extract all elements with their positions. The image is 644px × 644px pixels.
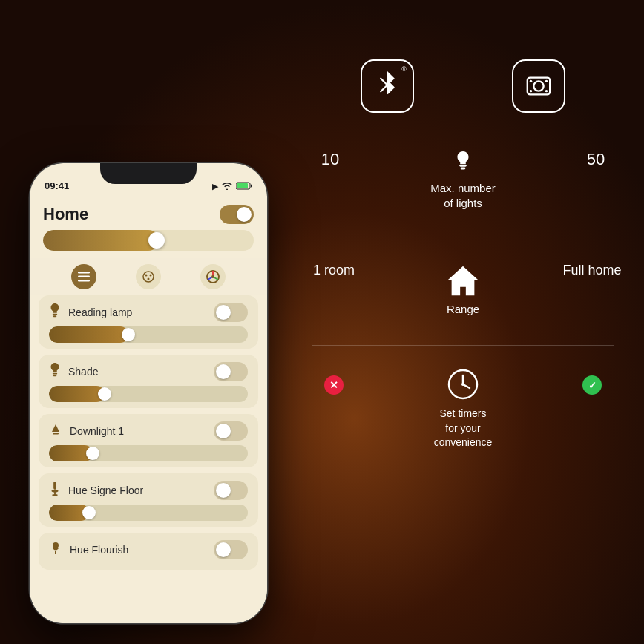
brightness-thumb[interactable]: [98, 387, 111, 401]
light-name: Hue Flourish: [70, 544, 128, 556]
house-icon: [444, 263, 482, 298]
lights-list: Reading lamp: [30, 295, 267, 576]
bridge-icon-container: [512, 59, 565, 113]
light-signe-icon: [49, 482, 61, 500]
light-toggle[interactable]: [214, 421, 248, 441]
svg-point-24: [533, 81, 543, 91]
clock-icon: [447, 368, 479, 401]
tab-bar: [30, 258, 267, 295]
svg-rect-2: [251, 185, 252, 188]
light-brightness[interactable]: [49, 445, 248, 461]
app-content: Home: [30, 196, 267, 623]
phone-notch: [100, 163, 197, 184]
light-name: Downlight 1: [70, 425, 124, 437]
battery-icon: [236, 182, 252, 191]
range-center: Range: [404, 263, 522, 315]
light-toggle[interactable]: [214, 481, 248, 500]
timers-no-icon: ✕: [324, 375, 344, 395]
brightness-bar-wrap: [30, 230, 267, 258]
bulb-comparison-icon: [454, 150, 472, 175]
home-toggle[interactable]: [220, 205, 254, 224]
svg-point-27: [530, 90, 532, 92]
light-row: Hue Flourish: [49, 540, 248, 559]
bridge-icon: [525, 72, 553, 100]
svg-rect-14: [53, 372, 57, 374]
tab-palette[interactable]: [136, 264, 161, 289]
light-name: Reading lamp: [68, 306, 132, 318]
max-lights-left-value: 10: [321, 150, 339, 169]
light-brightness[interactable]: [49, 505, 248, 521]
right-panel: ® 10: [297, 59, 629, 629]
range-right-value: Full home: [562, 263, 621, 278]
timers-left: ✕: [304, 368, 364, 395]
light-toggle[interactable]: [214, 362, 248, 381]
timers-right: ✓: [562, 368, 622, 395]
range-left: 1 room: [304, 263, 364, 278]
max-lights-row: 10 Max. numberof lights 50: [297, 150, 629, 210]
separator-1: [312, 240, 614, 240]
bridge-feature: [512, 59, 565, 113]
light-item: Downlight 1: [39, 414, 258, 467]
light-left: Reading lamp: [49, 303, 132, 322]
bluetooth-icon: [374, 70, 401, 102]
svg-rect-5: [78, 280, 90, 282]
tab-list[interactable]: [71, 264, 96, 289]
brightness-bar[interactable]: [43, 230, 254, 251]
light-item: Hue Signe Floor: [39, 473, 258, 527]
light-row: Reading lamp: [49, 303, 248, 322]
svg-point-21: [53, 542, 59, 548]
top-icons-row: ®: [297, 59, 629, 113]
separator-2: [312, 345, 614, 346]
light-shade-icon: [49, 363, 61, 381]
svg-rect-1: [237, 183, 248, 188]
max-lights-center: Max. numberof lights: [404, 150, 522, 210]
timers-row: ✕ Set timersfor yourconvenience ✓: [297, 368, 629, 450]
max-lights-label: Max. numberof lights: [430, 181, 496, 210]
svg-rect-12: [53, 313, 57, 315]
brightness-thumb[interactable]: [122, 328, 135, 341]
brightness-thumb[interactable]: [148, 232, 165, 249]
light-flourish-icon: [49, 542, 62, 559]
light-downlight-icon: [49, 423, 62, 440]
app-header: Home: [30, 196, 267, 230]
range-row: 1 room Range Full home: [297, 263, 629, 315]
tab-color[interactable]: [200, 264, 226, 289]
max-lights-left: 10: [304, 150, 356, 169]
light-item: Hue Flourish: [39, 533, 258, 570]
timers-center: Set timersfor yourconvenience: [404, 368, 522, 450]
range-left-value: 1 room: [313, 263, 355, 278]
status-icons: ▶: [212, 182, 252, 191]
brightness-thumb[interactable]: [86, 447, 99, 460]
light-toggle[interactable]: [214, 303, 248, 322]
brightness-thumb[interactable]: [82, 506, 96, 519]
timers-yes-icon: ✓: [582, 375, 602, 395]
status-time: 09:41: [45, 180, 69, 191]
svg-rect-30: [461, 168, 466, 170]
light-left: Hue Signe Floor: [49, 482, 143, 500]
phone-screen: 09:41 ▶: [30, 163, 267, 623]
light-left: Shade: [49, 363, 98, 381]
phone-shell: 09:41 ▶: [30, 163, 267, 623]
light-left: Hue Flourish: [49, 542, 128, 559]
phone-mockup: 09:41 ▶: [30, 163, 267, 623]
light-brightness[interactable]: [49, 326, 248, 343]
brightness-fill: [49, 326, 128, 343]
light-toggle[interactable]: [214, 540, 248, 559]
light-brightness[interactable]: [49, 386, 248, 402]
svg-rect-3: [78, 272, 90, 274]
timers-label: Set timersfor yourconvenience: [434, 407, 493, 450]
wifi-icon: [222, 183, 232, 191]
signal-icon: ▶: [212, 182, 218, 191]
svg-rect-17: [53, 482, 56, 490]
svg-rect-29: [459, 165, 466, 167]
brightness-fill: [49, 386, 105, 402]
light-name: Hue Signe Floor: [68, 484, 143, 496]
bluetooth-icon-container: ®: [361, 59, 414, 113]
svg-point-25: [530, 80, 532, 82]
svg-point-34: [461, 383, 464, 386]
brightness-fill: [43, 230, 159, 251]
svg-point-11: [211, 275, 214, 278]
max-lights-right-value: 50: [587, 150, 605, 169]
light-item: Reading lamp: [39, 295, 258, 349]
max-lights-right: 50: [570, 150, 622, 169]
